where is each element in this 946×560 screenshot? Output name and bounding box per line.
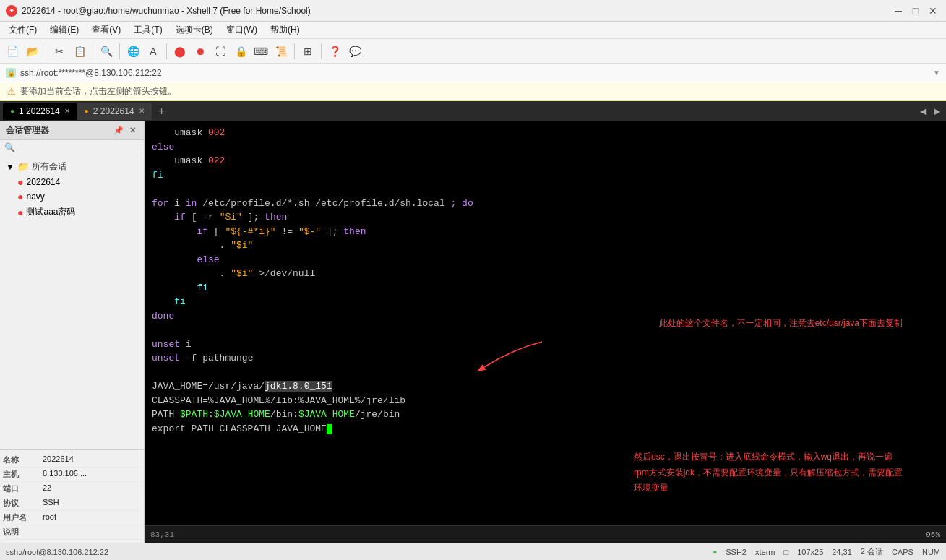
terminal-line-1: umask 002	[152, 126, 939, 140]
terminal-line-4: fi	[152, 168, 939, 183]
cut-button[interactable]: ✂	[50, 42, 69, 61]
window-title: 2022614 - root@giao:/home/wuchunmao - Xs…	[22, 6, 311, 16]
tab-1[interactable]: ● 1 2022614 ✕	[3, 103, 77, 120]
tab-next-button[interactable]: ▶	[931, 105, 943, 118]
connect-button[interactable]: 🌐	[124, 42, 142, 61]
terminal-line-12: fi	[152, 281, 939, 296]
terminal-line-22: export PATH CLASSPATH JAVA_HOME	[152, 422, 939, 436]
layout-button[interactable]: ⊞	[298, 42, 317, 61]
session-item-label-3: 测试aaa密码	[26, 206, 75, 218]
record-button[interactable]: ⏺	[191, 42, 210, 61]
menu-item-编辑(E)[interactable]: 编辑(E)	[44, 22, 85, 38]
prop-val-username: root	[43, 512, 141, 523]
app-icon: ✦	[6, 5, 17, 17]
session-dot-3: ●	[17, 207, 23, 217]
add-tab-button[interactable]: +	[155, 104, 169, 119]
tab-1-close[interactable]: ✕	[64, 107, 70, 115]
font-button[interactable]: A	[144, 42, 163, 61]
ssh-status-dot: ●	[713, 548, 717, 556]
chat-button[interactable]: 💬	[345, 42, 364, 61]
notification-bar: ⚠ 要添加当前会话，点击左侧的箭头按钮。	[0, 82, 946, 101]
terminal-status-bar: 83,31 96%	[145, 525, 946, 543]
keyboard-button[interactable]: ⌨	[251, 42, 270, 61]
session-dot-1: ●	[17, 177, 23, 187]
notification-icon: ⚠	[7, 86, 16, 97]
menu-item-文件(F)[interactable]: 文件(F)	[3, 22, 43, 38]
session-item-label-2: navy	[26, 191, 44, 202]
search-button[interactable]: 🔍	[97, 42, 116, 61]
session-panel-close-button[interactable]: ✕	[127, 125, 138, 136]
lock-button[interactable]: 🔒	[231, 42, 250, 61]
bottom-path: ssh://root@8.130.106.212:22	[6, 548, 108, 556]
help-button[interactable]: ❓	[325, 42, 344, 61]
window-controls: ─ □ ✕	[891, 4, 940, 18]
cursor-position: 24,31	[832, 548, 852, 556]
properties-panel: 名称 2022614 主机 8.130.106.... 端口 22 协议 SSH…	[0, 449, 144, 543]
search-icon: 🔍	[4, 142, 15, 152]
prop-row-desc: 说明	[3, 525, 141, 540]
status-percentage: 96%	[926, 530, 940, 539]
fullscreen-button[interactable]: ⛶	[211, 42, 230, 61]
tab-2-close[interactable]: ✕	[139, 107, 145, 115]
prop-key-username: 用户名	[3, 512, 43, 523]
prop-row-name: 名称 2022614	[3, 453, 141, 468]
folder-icon: 📁	[17, 161, 29, 172]
address-text: ssh://root:********@8.130.106.212:22	[20, 68, 929, 78]
tab-2[interactable]: ● 2 2022614 ✕	[77, 103, 152, 120]
menu-item-工具(T)[interactable]: 工具(T)	[128, 22, 168, 38]
tab-prev-button[interactable]: ◀	[917, 105, 929, 118]
tab-1-label: 1 2022614	[19, 106, 60, 116]
prop-val-port: 22	[43, 483, 141, 494]
prop-row-host: 主机 8.130.106....	[3, 468, 141, 482]
menu-item-窗口(W)[interactable]: 窗口(W)	[220, 22, 263, 38]
bottom-status-right: ● SSH2 xterm □ 107x25 24,31 2 会话 CAPS NU…	[713, 546, 940, 557]
session-item-test[interactable]: ● 测试aaa密码	[0, 204, 144, 220]
copy-button[interactable]: 📋	[70, 42, 89, 61]
toolbar-separator-1	[46, 43, 46, 59]
new-session-button[interactable]: 📄	[3, 42, 22, 61]
prop-val-name: 2022614	[43, 455, 141, 465]
session-item-label-1: 2022614	[26, 177, 60, 187]
prop-key-name: 名称	[3, 455, 43, 465]
open-button[interactable]: 📂	[23, 42, 42, 61]
terminal-line-3: umask 022	[152, 154, 939, 168]
address-bar: 🔒 ssh://root:********@8.130.106.212:22 ▼	[0, 64, 946, 82]
maximize-button[interactable]: □	[908, 4, 923, 18]
session-tree-root[interactable]: ▼ 📁 所有会话	[0, 158, 144, 175]
tab-2-label: 2 2022614	[93, 106, 134, 116]
terminal-line-2: else	[152, 140, 939, 155]
session-panel-title: 会话管理器	[6, 124, 49, 137]
minimize-button[interactable]: ─	[891, 4, 906, 18]
session-panel: 会话管理器 📌 ✕ 🔍 ▼ 📁 所有会话 ● 2022614 ● navy	[0, 121, 145, 543]
bottom-status-bar: ssh://root@8.130.106.212:22 ● SSH2 xterm…	[0, 543, 946, 560]
session-item-2022614[interactable]: ● 2022614	[0, 175, 144, 189]
session-dot-2: ●	[17, 191, 23, 202]
tab-1-dot: ●	[10, 107, 14, 115]
title-left: ✦ 2022614 - root@giao:/home/wuchunmao - …	[6, 5, 311, 17]
menu-item-查看(V)[interactable]: 查看(V)	[86, 22, 126, 38]
terminal-line-20: CLASSPATH=%JAVA_HOME%/lib:%JAVA_HOME%/jr…	[152, 394, 939, 408]
close-button[interactable]: ✕	[926, 4, 940, 18]
address-dropdown-icon[interactable]: ▼	[933, 69, 940, 77]
annotation-1: 此处的这个文件名，不一定相同，注意去etc/usr/java下面去复制	[659, 316, 903, 330]
prop-row-port: 端口 22	[3, 482, 141, 496]
terminal-line-6: for i in /etc/profile.d/*.sh /etc/profil…	[152, 197, 939, 211]
terminal-area[interactable]: umask 002 else umask 022 fi for i in /et…	[145, 121, 946, 543]
script-button[interactable]: 📜	[272, 42, 291, 61]
session-tree: ▼ 📁 所有会话 ● 2022614 ● navy ● 测试aaa密码	[0, 155, 144, 449]
session-panel-header: 会话管理器 📌 ✕	[0, 121, 144, 140]
session-item-navy[interactable]: ● navy	[0, 189, 144, 204]
menu-item-选项卡(B)[interactable]: 选项卡(B)	[170, 22, 219, 38]
title-bar: ✦ 2022614 - root@giao:/home/wuchunmao - …	[0, 0, 946, 22]
session-panel-header-buttons: 📌 ✕	[111, 125, 138, 136]
menu-bar: 文件(F)编辑(E)查看(V)工具(T)选项卡(B)窗口(W)帮助(H)	[0, 22, 946, 39]
prop-key-host: 主机	[3, 469, 43, 480]
terminal-line-10: else	[152, 253, 939, 267]
toolbar-separator-6	[321, 43, 322, 59]
stop-button[interactable]: ⬤	[171, 42, 189, 61]
session-panel-pin-button[interactable]: 📌	[111, 125, 126, 136]
menu-item-帮助(H)[interactable]: 帮助(H)	[265, 22, 306, 38]
tree-root-label: 所有会话	[32, 160, 66, 173]
size-label: □	[784, 548, 789, 556]
terminal-content[interactable]: umask 002 else umask 022 fi for i in /et…	[145, 121, 946, 525]
